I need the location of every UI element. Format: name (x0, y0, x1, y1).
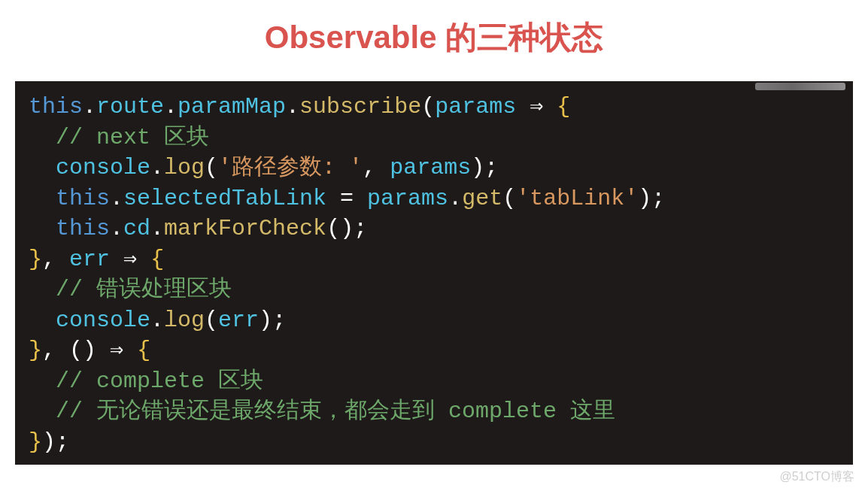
code-token: '路径参数: ' (218, 155, 363, 180)
code-token: } (29, 429, 42, 455)
code-token: ; (484, 155, 498, 180)
code-token: subscribe (299, 94, 421, 120)
code-token: . (110, 216, 123, 241)
code-token: // 无论错误还是最终结束，都会走到 complete 这里 (56, 399, 615, 424)
code-token: get (462, 186, 502, 211)
code-token: ) (259, 308, 272, 333)
code-token (29, 277, 56, 302)
code-token (29, 186, 56, 211)
code-token: selectedTabLink (123, 186, 326, 211)
code-token: route (96, 94, 164, 120)
code-token: , (42, 247, 69, 272)
code-token (29, 368, 56, 394)
code-token: ( (69, 338, 83, 363)
code-token: . (150, 155, 164, 180)
code-token: 'tabLink' (516, 186, 638, 211)
code-token: ( (421, 94, 435, 120)
code-token (29, 155, 56, 180)
code-token: log (164, 155, 205, 180)
code-token: err (69, 247, 110, 272)
code-token: this (29, 94, 83, 120)
code-token: log (164, 308, 205, 333)
code-token (29, 216, 56, 241)
code-token: . (150, 216, 164, 241)
code-token: params (367, 186, 448, 211)
code-token: params (390, 155, 471, 180)
code-token (29, 125, 56, 150)
code-token: , (363, 155, 390, 180)
code-token: this (56, 216, 110, 241)
code-token: ; (354, 216, 367, 241)
code-token: ⇒ (516, 94, 557, 120)
code-token: markForCheck (164, 216, 326, 241)
code-token: ( (205, 155, 218, 180)
code-token: ( (205, 308, 218, 333)
code-token: // 错误处理区块 (56, 277, 232, 302)
code-token: ) (340, 216, 354, 241)
code-token: // next 区块 (56, 125, 209, 150)
code-token: { (557, 94, 570, 120)
code-token: ) (83, 338, 96, 363)
code-token: cd (123, 216, 150, 241)
code-token: ; (651, 186, 665, 211)
code-token: } (29, 338, 42, 363)
code-token: ) (471, 155, 484, 180)
code-token: . (110, 186, 123, 211)
code-token: paramMap (178, 94, 286, 120)
page-title: Observable 的三种状态 (0, 0, 868, 81)
code-token: ( (502, 186, 516, 211)
code-token (29, 308, 56, 333)
code-token: } (29, 247, 42, 272)
decorative-mark (755, 83, 845, 90)
code-token: params (435, 94, 516, 120)
code-token: . (286, 94, 299, 120)
code-token: err (218, 308, 259, 333)
code-token: . (150, 308, 164, 333)
code-token: ) (638, 186, 651, 211)
code-token: { (137, 338, 150, 363)
code-token: ⇒ (96, 338, 137, 363)
code-token: ; (56, 429, 69, 455)
code-token: . (83, 94, 96, 120)
code-block: this.route.paramMap.subscribe(params ⇒ {… (15, 81, 853, 465)
code-token: , (42, 338, 69, 363)
code-token: = (326, 186, 367, 211)
code-token: ⇒ (110, 247, 150, 272)
code-token: console (56, 308, 150, 333)
code-token: ) (42, 429, 56, 455)
code-token: { (150, 247, 164, 272)
code-token: ( (326, 216, 340, 241)
code-token: // complete 区块 (56, 368, 263, 394)
code-token: ; (272, 308, 286, 333)
code-token (29, 399, 56, 424)
code-token: console (56, 155, 150, 180)
watermark: @51CTO博客 (779, 469, 854, 485)
code-token: this (56, 186, 110, 211)
code-token: . (164, 94, 178, 120)
code-token: . (448, 186, 462, 211)
